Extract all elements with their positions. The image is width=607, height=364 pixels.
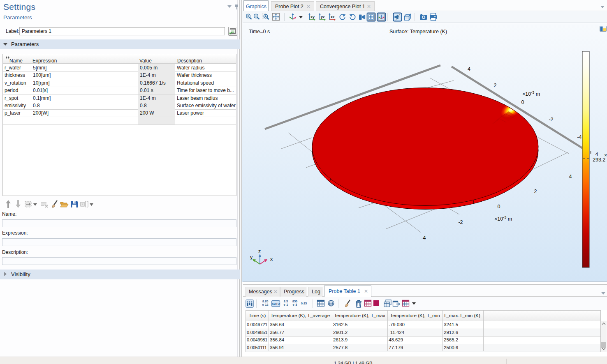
- svg-text:×10-3 m: ×10-3 m: [494, 215, 512, 222]
- svg-text:0: 0: [521, 99, 524, 105]
- svg-text:×10-3 m: ×10-3 m: [522, 90, 540, 97]
- svg-text:z: z: [258, 249, 261, 254]
- svg-text:4: 4: [468, 66, 470, 72]
- svg-text:x: x: [270, 256, 273, 262]
- svg-text:Surface: Temperature (K): Surface: Temperature (K): [389, 29, 447, 35]
- svg-text:4: 4: [595, 152, 598, 157]
- svg-text:0: 0: [498, 204, 500, 210]
- svg-text:-2: -2: [458, 219, 463, 225]
- svg-text:293.2: 293.2: [593, 157, 605, 163]
- svg-text:e-3: e-3: [293, 303, 297, 306]
- svg-text:yz: yz: [321, 15, 325, 19]
- svg-text:0.85: 0.85: [301, 302, 307, 305]
- svg-text:4: 4: [569, 174, 572, 180]
- svg-text:-4: -4: [577, 134, 582, 140]
- svg-text:e-1: e-1: [284, 303, 288, 306]
- svg-text:2: 2: [494, 83, 497, 88]
- svg-text:-4: -4: [421, 235, 426, 241]
- svg-text:e-12: e-12: [262, 303, 268, 306]
- svg-text:-2: -2: [549, 117, 553, 122]
- svg-text:xz: xz: [331, 15, 335, 19]
- svg-text:AUTO: AUTO: [272, 302, 280, 305]
- svg-text:2: 2: [534, 189, 537, 194]
- svg-text:xy: xy: [310, 15, 315, 19]
- svg-text:y: y: [250, 254, 253, 260]
- svg-text:Time=0 s: Time=0 s: [249, 29, 270, 35]
